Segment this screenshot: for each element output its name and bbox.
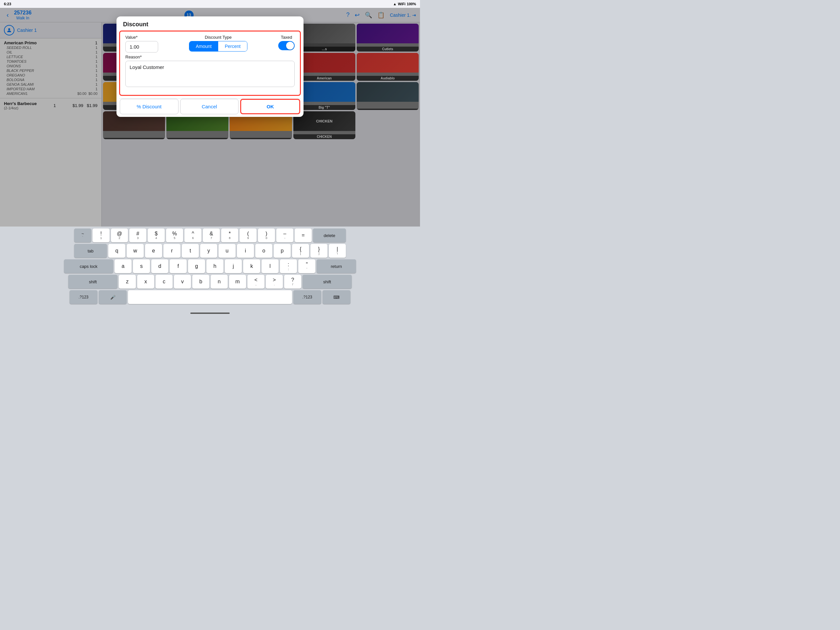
kb-key-e[interactable]: e — [145, 244, 162, 258]
home-indicator — [190, 313, 230, 314]
kb-key-dash[interactable]: –- — [276, 228, 293, 242]
value-input[interactable] — [125, 41, 158, 52]
kb-key-quote[interactable]: "' — [298, 260, 315, 273]
kb-key-slash[interactable]: ?/ — [284, 275, 301, 288]
kb-key-c[interactable]: c — [156, 275, 172, 288]
kb-row-4: shift z x c v b n m <, >. ?/ shift — [1, 275, 419, 288]
reason-section: Reason* Loyal Customer — [125, 54, 295, 91]
keyboard: ~` !1 @2 #3 $4 %5 ^6 &7 *8 (9 )0 –- = de… — [0, 226, 420, 315]
ok-button[interactable]: OK — [240, 99, 300, 114]
kb-key-y[interactable]: y — [200, 244, 217, 258]
dialog-buttons: % Discount Cancel OK — [119, 98, 301, 114]
kb-row-1: ~` !1 @2 #3 $4 %5 ^6 &7 *8 (9 )0 –- = de… — [1, 228, 419, 242]
dialog-top-row: Value* Discount Type Amount Percent Taxe… — [125, 32, 295, 54]
discount-type-label: Discount Type — [205, 35, 232, 40]
wifi-icon: WiFi — [398, 2, 406, 6]
discount-type-segcontrol: Amount Percent — [189, 41, 248, 52]
taxed-field: Taxed — [278, 35, 295, 50]
discount-dialog: Discount Value* Discount Type Amount Per… — [117, 16, 303, 117]
kb-key-tab[interactable]: tab — [74, 244, 107, 258]
kb-key-space[interactable] — [128, 290, 292, 304]
kb-key-sym-left[interactable]: .?123 — [69, 290, 98, 304]
kb-key-shift-right[interactable]: shift — [303, 275, 352, 288]
kb-key-1[interactable]: !1 — [93, 228, 110, 242]
dialog-title: Discount — [117, 16, 303, 30]
kb-key-b[interactable]: b — [192, 275, 209, 288]
kb-key-lbrace[interactable]: {[ — [292, 244, 309, 258]
kb-key-2[interactable]: @2 — [111, 228, 128, 242]
kb-row-2: tab q w e r t y u i o p {[ }] |\ — [1, 244, 419, 258]
kb-key-8[interactable]: *8 — [221, 228, 238, 242]
kb-key-o[interactable]: o — [255, 244, 272, 258]
kb-key-g[interactable]: g — [188, 260, 205, 273]
percent-discount-button[interactable]: % Discount — [120, 99, 178, 114]
battery-display: 100% — [407, 2, 416, 6]
value-field: Value* — [125, 35, 158, 52]
reason-input[interactable]: Loyal Customer — [125, 61, 295, 87]
kb-key-r[interactable]: r — [163, 244, 180, 258]
toggle-knob — [286, 42, 294, 49]
kb-key-mic[interactable]: 🎤 — [99, 290, 127, 304]
kb-key-i[interactable]: i — [237, 244, 254, 258]
kb-key-0[interactable]: )0 — [258, 228, 275, 242]
kb-key-v[interactable]: v — [174, 275, 191, 288]
discount-type-field: Discount Type Amount Percent — [165, 35, 272, 52]
amount-button[interactable]: Amount — [189, 41, 218, 51]
percent-button[interactable]: Percent — [218, 41, 247, 51]
kb-key-6[interactable]: ^6 — [185, 228, 202, 242]
kb-key-return[interactable]: return — [317, 260, 356, 273]
kb-key-w[interactable]: w — [127, 244, 144, 258]
kb-key-pipe[interactable]: |\ — [329, 244, 346, 258]
kb-key-l[interactable]: l — [262, 260, 279, 273]
kb-key-s[interactable]: s — [133, 260, 150, 273]
kb-key-shift-left[interactable]: shift — [68, 275, 117, 288]
kb-key-z[interactable]: z — [119, 275, 136, 288]
kb-key-p[interactable]: p — [274, 244, 291, 258]
kb-key-t[interactable]: t — [182, 244, 199, 258]
kb-key-d[interactable]: d — [151, 260, 168, 273]
kb-key-k[interactable]: k — [243, 260, 260, 273]
kb-key-period[interactable]: >. — [266, 275, 283, 288]
kb-key-sym-right[interactable]: .?123 — [293, 290, 321, 304]
kb-key-3[interactable]: #3 — [129, 228, 146, 242]
kb-key-capslock[interactable]: caps lock — [64, 260, 113, 273]
reason-label: Reason* — [125, 54, 295, 59]
kb-key-u[interactable]: u — [218, 244, 235, 258]
status-bar: 6:23 ▲ WiFi 100% — [0, 0, 420, 8]
taxed-toggle[interactable] — [278, 41, 295, 50]
signal-icon: ▲ — [393, 2, 397, 6]
kb-key-tilde[interactable]: ~` — [74, 228, 91, 242]
cancel-button[interactable]: Cancel — [180, 99, 239, 114]
kb-key-4[interactable]: $4 — [148, 228, 165, 242]
kb-key-f[interactable]: f — [170, 260, 187, 273]
kb-key-a[interactable]: a — [115, 260, 131, 273]
time-display: 6:23 — [4, 2, 11, 6]
kb-key-n[interactable]: n — [211, 275, 228, 288]
kb-key-rbrace[interactable]: }] — [310, 244, 327, 258]
kb-row-3: caps lock a s d f g h j k l :; "' return — [1, 260, 419, 273]
kb-key-equals[interactable]: = — [295, 228, 312, 242]
kb-key-delete[interactable]: delete — [313, 228, 346, 242]
kb-key-semicolon[interactable]: :; — [280, 260, 297, 273]
kb-key-x[interactable]: x — [137, 275, 154, 288]
dialog-content-area: Value* Discount Type Amount Percent Taxe… — [119, 30, 301, 96]
kb-key-comma[interactable]: <, — [248, 275, 264, 288]
status-icons: ▲ WiFi 100% — [393, 2, 416, 6]
kb-key-m[interactable]: m — [229, 275, 246, 288]
kb-key-q[interactable]: q — [108, 244, 125, 258]
kb-row-5: .?123 🎤 .?123 ⌨ — [1, 290, 419, 304]
kb-key-j[interactable]: j — [225, 260, 242, 273]
kb-key-7[interactable]: &7 — [203, 228, 220, 242]
kb-key-keyboard[interactable]: ⌨ — [322, 290, 351, 304]
value-label: Value* — [125, 35, 158, 40]
kb-key-5[interactable]: %5 — [166, 228, 183, 242]
taxed-label: Taxed — [281, 35, 292, 40]
kb-key-h[interactable]: h — [206, 260, 223, 273]
kb-key-9[interactable]: (9 — [240, 228, 257, 242]
